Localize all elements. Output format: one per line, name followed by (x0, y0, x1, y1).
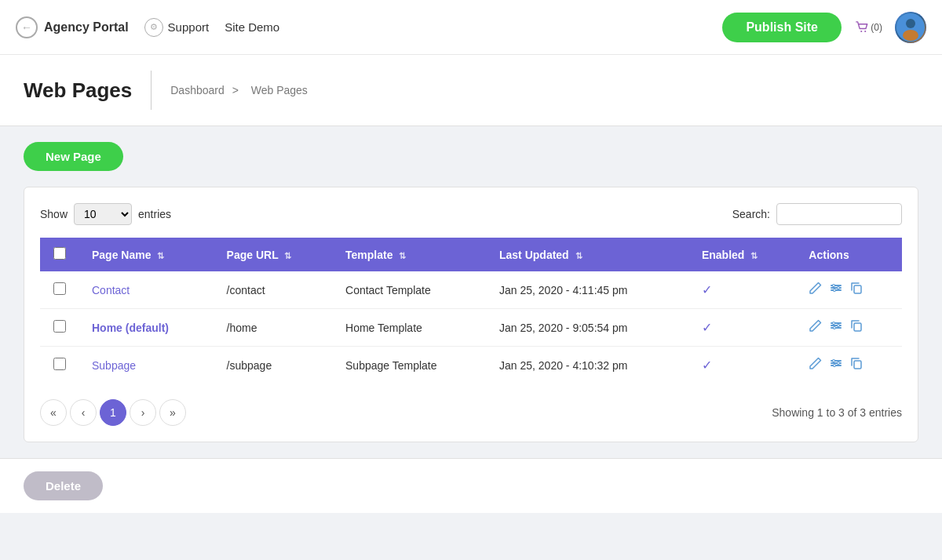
next-page-button[interactable]: › (130, 399, 156, 426)
row-enabled-1: ✓ (689, 309, 796, 347)
avatar-image (895, 12, 926, 43)
svg-point-4 (903, 30, 918, 41)
row-page-name-0: Contact (79, 271, 214, 309)
row-last-updated-0: Jan 25, 2020 - 4:11:45 pm (487, 271, 689, 309)
copy-icon-1[interactable] (849, 318, 864, 336)
svg-point-9 (838, 287, 840, 289)
header-template[interactable]: Template ⇅ (333, 238, 487, 271)
delete-area: Delete (0, 458, 942, 513)
page-name-link-2[interactable]: Subpage (92, 359, 136, 372)
header-checkbox-col (40, 238, 79, 271)
pagination-buttons: « ‹ 1 › » (40, 399, 186, 426)
table-container: Show 10 25 50 100 entries Search: (24, 187, 918, 442)
new-page-button[interactable]: New Page (24, 142, 123, 171)
svg-point-23 (838, 362, 840, 365)
row-actions-1 (796, 309, 902, 347)
row-last-updated-2: Jan 25, 2020 - 4:10:32 pm (487, 347, 689, 384)
row-page-url-1: /home (214, 309, 333, 347)
page-title-section: Web Pages (24, 78, 132, 103)
header-page-name[interactable]: Page Name ⇅ (79, 238, 214, 271)
settings-icon-1[interactable] (829, 318, 843, 336)
svg-point-17 (834, 327, 836, 329)
last-page-button[interactable]: » (159, 399, 186, 426)
table-body: Contact /contact Contact Template Jan 25… (40, 271, 902, 384)
header-right: Publish Site (0) (722, 12, 926, 43)
user-avatar[interactable] (895, 12, 926, 43)
row-page-url-2: /subpage (214, 347, 333, 384)
enabled-check-icon: ✓ (702, 321, 712, 334)
header: ← Agency Portal ⚙ Support Site Demo Publ… (0, 0, 942, 55)
table-header-row: Page Name ⇅ Page URL ⇅ Template ⇅ Last U… (40, 238, 902, 271)
row-page-name-2: Subpage (79, 347, 214, 384)
row-actions-0 (796, 271, 902, 309)
site-demo-label: Site Demo (225, 20, 279, 34)
copy-icon-2[interactable] (849, 356, 864, 374)
publish-site-button[interactable]: Publish Site (722, 13, 842, 42)
header-enabled[interactable]: Enabled ⇅ (689, 238, 796, 271)
svg-point-10 (834, 289, 836, 292)
show-entries-control: Show 10 25 50 100 entries (40, 203, 171, 225)
sort-template-icon: ⇅ (399, 251, 406, 260)
row-last-updated-1: Jan 25, 2020 - 9:05:54 pm (487, 309, 689, 347)
header-last-updated[interactable]: Last Updated ⇅ (487, 238, 689, 271)
first-page-button[interactable]: « (40, 399, 67, 426)
delete-button[interactable]: Delete (24, 471, 103, 500)
page-name-link-1[interactable]: Home (default) (92, 322, 169, 334)
row-checkbox-cell (40, 347, 79, 384)
support-link[interactable]: ⚙ Support (144, 18, 210, 37)
pagination-area: « ‹ 1 › » Showing 1 to 3 of 3 entries (40, 399, 902, 426)
svg-point-0 (860, 30, 862, 31)
row-checkbox-cell (40, 309, 79, 347)
edit-icon-2[interactable] (809, 356, 823, 374)
breadcrumb-home[interactable]: Dashboard (170, 84, 225, 96)
row-template-2: Subpage Template (333, 347, 487, 384)
table-row: Contact /contact Contact Template Jan 25… (40, 271, 902, 309)
header-actions: Actions (796, 238, 902, 271)
copy-icon-0[interactable] (849, 281, 864, 299)
edit-icon-0[interactable] (809, 281, 823, 299)
entries-label: entries (138, 208, 171, 220)
svg-rect-18 (854, 323, 861, 331)
svg-point-22 (833, 360, 835, 362)
breadcrumb-divider (151, 71, 152, 110)
support-label: Support (168, 20, 210, 34)
agency-portal-label: Agency Portal (44, 20, 129, 35)
select-all-checkbox[interactable] (53, 247, 66, 260)
row-actions-2 (796, 347, 902, 384)
sort-enabled-icon: ⇅ (750, 251, 758, 260)
support-icon: ⚙ (144, 18, 163, 37)
cart-button[interactable]: (0) (854, 13, 882, 42)
row-checkbox-1[interactable] (53, 320, 66, 333)
row-checkbox-2[interactable] (53, 358, 66, 370)
pages-table: Page Name ⇅ Page URL ⇅ Template ⇅ Last U… (40, 238, 902, 384)
svg-rect-25 (854, 361, 861, 369)
sort-last-updated-icon: ⇅ (575, 251, 582, 260)
page-banner: Web Pages Dashboard > Web Pages (0, 55, 942, 126)
cart-icon: (0) (854, 13, 882, 42)
header-page-url[interactable]: Page URL ⇅ (214, 238, 333, 271)
sort-page-name-icon: ⇅ (157, 251, 164, 260)
search-input[interactable] (776, 203, 902, 225)
search-label: Search: (732, 208, 770, 220)
edit-icon-1[interactable] (809, 318, 823, 336)
svg-point-8 (833, 285, 835, 287)
action-icons-2 (809, 356, 889, 374)
row-template-1: Home Template (333, 309, 487, 347)
pagination-info: Showing 1 to 3 of 3 entries (772, 406, 902, 419)
table-row: Subpage /subpage Subpage Template Jan 25… (40, 347, 902, 384)
svg-point-1 (864, 30, 866, 31)
site-demo-link[interactable]: Site Demo (225, 20, 279, 34)
back-arrow-icon: ← (16, 16, 38, 38)
row-enabled-2: ✓ (689, 347, 796, 384)
page-name-link-0[interactable]: Contact (92, 284, 130, 296)
agency-portal-link[interactable]: ← Agency Portal (16, 16, 129, 38)
settings-icon-0[interactable] (829, 281, 843, 299)
table-row: Home (default) /home Home Template Jan 2… (40, 309, 902, 347)
settings-icon-2[interactable] (829, 356, 843, 374)
entries-select[interactable]: 10 25 50 100 (74, 203, 132, 225)
page-1-button[interactable]: 1 (100, 399, 126, 426)
row-page-url-0: /contact (214, 271, 333, 309)
table-controls: Show 10 25 50 100 entries Search: (40, 203, 902, 225)
row-checkbox-0[interactable] (53, 282, 66, 295)
prev-page-button[interactable]: ‹ (70, 399, 97, 426)
